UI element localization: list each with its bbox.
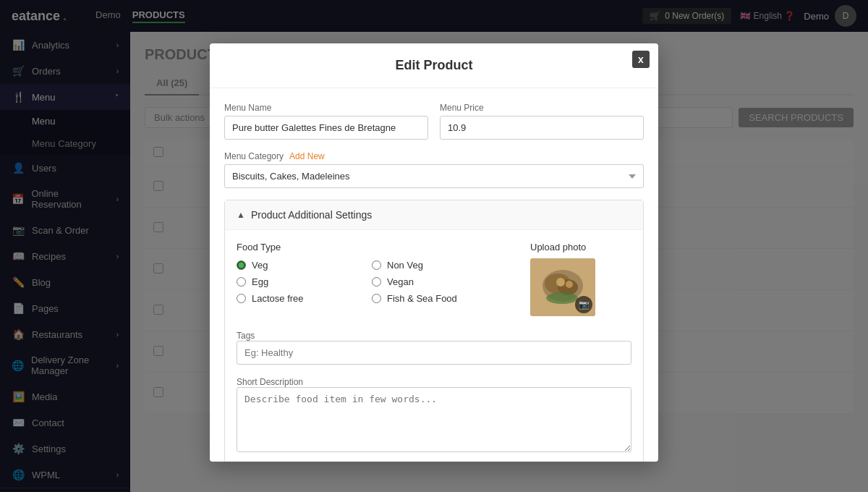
menu-price-label: Menu Price: [440, 103, 644, 113]
radio-nonveg: Non Veg: [372, 260, 501, 271]
radio-nonveg-input[interactable]: [372, 260, 381, 270]
food-options-right: Non Veg Vegan Fish & Sea Food: [372, 260, 501, 304]
modal-overlay: Edit Product x Menu Name Menu Price Menu…: [0, 0, 868, 492]
menu-price-input[interactable]: [440, 116, 644, 140]
food-options-left: Veg Egg Lactose free: [237, 260, 366, 304]
radio-fishseafood: Fish & Sea Food: [372, 293, 501, 304]
product-additional-section: ▲ Product Additional Settings Food Type …: [224, 200, 644, 462]
radio-fish-input[interactable]: [372, 294, 381, 303]
menu-price-group: Menu Price: [440, 103, 644, 140]
radio-veg-input[interactable]: [237, 260, 246, 270]
modal-close-button[interactable]: x: [632, 51, 650, 68]
name-price-row: Menu Name Menu Price: [224, 103, 644, 140]
radio-lactose-input[interactable]: [237, 294, 246, 303]
add-new-link[interactable]: Add New: [289, 151, 325, 161]
food-type-section: Food Type Veg Egg: [237, 242, 631, 318]
menu-name-input[interactable]: [224, 116, 428, 140]
tags-label: Tags: [237, 331, 255, 341]
modal-body: Menu Name Menu Price Menu Category Add N…: [210, 88, 658, 462]
modal-title: Edit Product: [210, 43, 658, 88]
svg-point-6: [546, 292, 578, 304]
menu-category-select[interactable]: Biscuits, Cakes, Madeleines: [224, 164, 644, 188]
category-row: Menu Category Add New Biscuits, Cakes, M…: [224, 151, 644, 188]
upload-photo-container[interactable]: 📷: [530, 258, 595, 316]
edit-product-modal: Edit Product x Menu Name Menu Price Menu…: [210, 43, 658, 462]
radio-egg-input[interactable]: [237, 277, 246, 287]
radio-vegan: Vegan: [372, 276, 501, 287]
category-label-row: Menu Category Add New: [224, 151, 644, 161]
radio-egg: Egg: [237, 276, 366, 287]
section-header[interactable]: ▲ Product Additional Settings: [225, 200, 643, 229]
radio-vegan-input[interactable]: [372, 277, 381, 287]
food-type-options: Veg Egg Lactose free: [237, 260, 501, 304]
menu-name-group: Menu Name: [224, 103, 428, 140]
short-desc-textarea[interactable]: [237, 387, 631, 452]
radio-veg: Veg: [237, 260, 366, 271]
svg-point-5: [566, 281, 573, 288]
upload-photo-section: Upload photo: [530, 242, 631, 318]
svg-point-4: [556, 278, 565, 287]
food-type-left: Food Type Veg Egg: [237, 242, 501, 318]
upload-camera-icon[interactable]: 📷: [575, 296, 592, 313]
tags-section: Tags: [237, 330, 631, 365]
tags-input[interactable]: [237, 341, 631, 365]
short-description-section: Short Description: [237, 376, 631, 454]
radio-lactose: Lactose free: [237, 293, 366, 304]
section-body: Food Type Veg Egg: [225, 229, 643, 462]
food-type-title: Food Type: [237, 242, 501, 253]
short-desc-label: Short Description: [237, 377, 303, 387]
menu-name-label: Menu Name: [224, 103, 428, 113]
section-collapse-icon: ▲: [237, 210, 245, 220]
